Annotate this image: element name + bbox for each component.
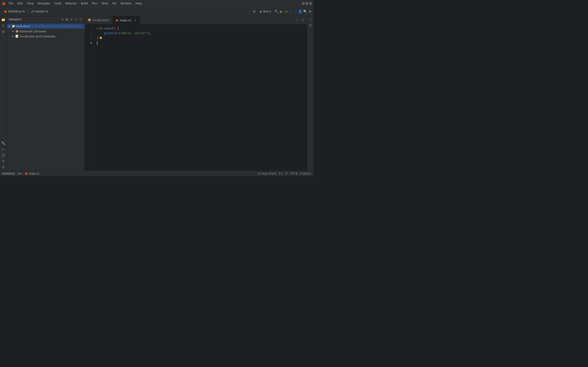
menu-file[interactable]: File	[7, 1, 15, 6]
tab-more-button[interactable]: ⋯	[295, 18, 300, 23]
toolbar: 🦀 HelloRust ▾ ⎇ master ▾ ⚙ ▶ Run ▾ 🔨 ▶ ⊕…	[0, 7, 314, 16]
maximize-button[interactable]: □	[305, 2, 308, 5]
hammer-icon[interactable]: 🔨	[275, 10, 278, 13]
main-rs-label: main.rs	[120, 19, 132, 22]
run-button[interactable]: ▶ Run ▾	[258, 9, 273, 14]
structure-icon[interactable]: ☰	[1, 29, 6, 34]
more-options-button[interactable]: ⋯	[74, 17, 78, 22]
library-icon: 📚	[15, 29, 19, 33]
tab-close-main-rs[interactable]: ×	[133, 19, 137, 22]
breadcrumb-sep-2: ›	[23, 172, 24, 175]
file-tree-header: PROJECT + ⊟ × ⋯ ▽	[7, 16, 85, 23]
code-line-1[interactable]: ▶fn main() {	[97, 26, 304, 31]
close-panel-button[interactable]: ×	[69, 17, 74, 22]
menu-view[interactable]: View	[25, 1, 35, 6]
main-rs-file-icon: 🦀	[25, 172, 28, 175]
line-num-2: 2	[86, 31, 93, 36]
breadcrumb: HelloRust › src › 🦀 main.rs	[2, 172, 39, 175]
code-content[interactable]: ▶fn main() { println!("Hello, world!"); …	[94, 24, 307, 171]
code-line-2[interactable]: println!("Hello, world!");	[97, 31, 304, 36]
no-errors-icon[interactable]: ✓	[308, 17, 313, 23]
toolbar-separator-2	[296, 9, 296, 14]
line-ending-status[interactable]: LF	[284, 171, 289, 176]
hide-panel-button[interactable]: ▽	[79, 17, 83, 22]
light-bulb-icon[interactable]: 💡	[99, 36, 103, 40]
breadcrumb-file[interactable]: main.rs	[29, 172, 39, 175]
run-tool-icon[interactable]: ▷	[1, 146, 6, 152]
menu-build[interactable]: Build	[79, 1, 90, 6]
menu-window[interactable]: Window	[119, 1, 133, 6]
project-selector[interactable]: 🦀 HelloRust ▾	[2, 9, 26, 14]
tab-bar-right: ⋯ ↕	[293, 16, 307, 24]
title-bar: 🦀 File Edit View Navigate Code Refactor …	[0, 0, 314, 7]
tab-cargo-toml[interactable]: 📦 Cargo.toml	[85, 16, 112, 24]
more-actions-icon[interactable]: ⋮	[290, 10, 293, 13]
file-tree-title: PROJECT	[9, 18, 22, 21]
coverage-icon[interactable]: ⊕	[285, 10, 288, 13]
status-right: ⚙ Cargo Check 4:1 LF UTF-8 4 spaces	[257, 171, 312, 176]
token-fn-kw: fn	[99, 26, 104, 31]
line-col-status[interactable]: 4:1	[278, 171, 284, 176]
tree-label-ext: External Libraries	[20, 30, 46, 33]
minimize-button[interactable]: －	[302, 2, 304, 5]
token-lparen: (	[119, 31, 120, 36]
menu-tools[interactable]: Tools	[100, 1, 110, 6]
app-icon: 🦀	[2, 2, 6, 5]
line-ending-value: LF	[285, 172, 288, 175]
new-file-button[interactable]: +	[61, 17, 65, 22]
menu-help[interactable]: Help	[134, 1, 144, 6]
breadcrumb-sep-1: ›	[16, 172, 17, 175]
main-rs-icon: 🦀	[115, 19, 119, 22]
tree-item-scratches[interactable]: ▶ 📝 Scratches and Consoles	[7, 34, 85, 39]
search-everywhere-icon[interactable]: 🔍	[303, 10, 307, 13]
line-num-4: 4	[86, 41, 93, 45]
settings-gear-icon[interactable]: ⚙	[308, 10, 312, 13]
token-println-macro: println!	[97, 31, 119, 36]
project-chevron: ▾	[23, 10, 25, 13]
cargo-icon[interactable]: ⚓	[1, 164, 6, 170]
close-button[interactable]: ×	[309, 2, 312, 5]
run-green-icon[interactable]: ▶	[279, 10, 283, 13]
branch-selector[interactable]: ⎇ master ▾	[28, 9, 49, 14]
menu-navigate[interactable]: Navigate	[36, 1, 52, 6]
menu-run[interactable]: Run	[90, 1, 99, 6]
run-gutter-1[interactable]: ▶	[97, 27, 98, 31]
line-num-1: 1	[86, 26, 93, 31]
window-controls: － □ ×	[302, 2, 312, 5]
menu-git[interactable]: Git	[111, 1, 118, 6]
tab-main-rs[interactable]: 🦀 main.rs ×	[112, 16, 140, 24]
token-closing-brace: }	[97, 36, 99, 41]
menu-code[interactable]: Code	[52, 1, 63, 6]
project-icon: 🦀	[4, 10, 7, 13]
charset-value: UTF-8	[290, 172, 297, 175]
terminal-icon[interactable]: ⬛	[1, 152, 6, 158]
breadcrumb-root[interactable]: HelloRust	[2, 172, 15, 175]
line-numbers: 1 2 3 4	[85, 24, 94, 171]
tree-chevron-hellorust: ▶	[8, 25, 11, 28]
menu-refactor[interactable]: Refactor	[63, 1, 78, 6]
branch-chevron: ▾	[46, 10, 48, 13]
collapse-all-button[interactable]: ⊟	[65, 17, 69, 22]
cargo-toml-icon: 📦	[88, 19, 91, 22]
branch-name: master	[35, 10, 45, 13]
project-files-icon[interactable]: 📁	[1, 17, 6, 23]
build-icon[interactable]: 🔧	[1, 140, 6, 146]
tree-item-hellorust[interactable]: ▶ 📁 HelloRust D:\RUST\RustProject2023430…	[7, 24, 85, 29]
file-tree-content: ▶ 📁 HelloRust D:\RUST\RustProject2023430…	[7, 23, 85, 171]
breadcrumb-src[interactable]: src	[18, 172, 22, 175]
code-editor[interactable]: 1 2 3 4 ▶fn main() { println!("Hello, wo…	[85, 24, 307, 171]
indent-status[interactable]: 4 spaces	[299, 171, 312, 176]
cargo-check-status[interactable]: ⚙ Cargo Check	[257, 171, 277, 176]
vcs-icon[interactable]: ↕	[1, 23, 6, 28]
tree-item-external-libraries[interactable]: ▶ 📚 External Libraries	[7, 29, 85, 34]
breadcrumb-toggle[interactable]: ☰	[308, 23, 313, 28]
code-line-4[interactable]	[97, 41, 304, 45]
code-line-3[interactable]: }💡	[97, 36, 304, 41]
menu-edit[interactable]: Edit	[16, 1, 25, 6]
main-area: 📁 ↕ ☰ 🔧 ▷ ⬛ ⊙ ⚓ PROJECT + ⊟ × ⋯ ▽ ▶ 📁 He…	[0, 16, 314, 171]
charset-status[interactable]: UTF-8	[289, 171, 298, 176]
problems-icon[interactable]: ⊙	[1, 158, 6, 164]
settings-icon[interactable]: ⚙	[252, 10, 256, 13]
user-icon[interactable]: 👤	[298, 10, 302, 13]
recent-files-button[interactable]: ↕	[300, 18, 305, 23]
